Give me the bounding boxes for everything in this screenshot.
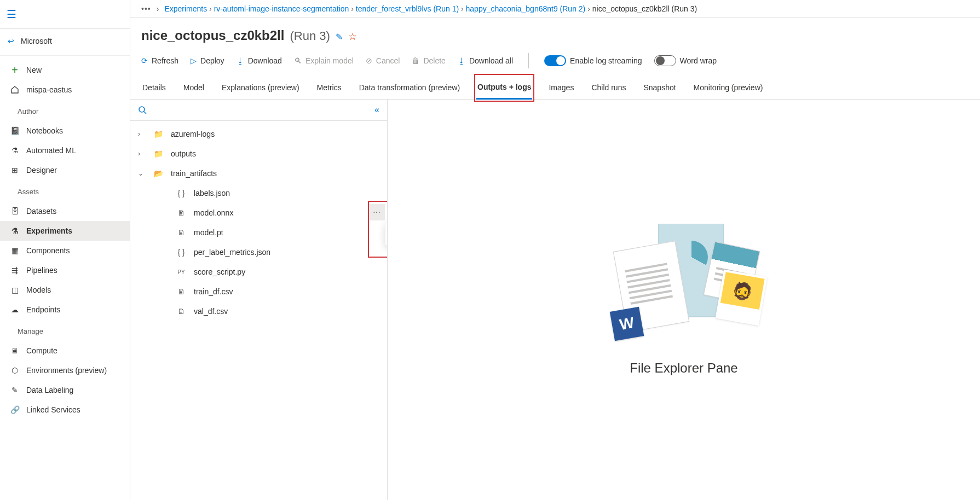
file-label: labels.json — [194, 189, 379, 197]
sidebar-item-linked-services[interactable]: 🔗Linked Services — [0, 400, 130, 420]
refresh-icon: ⟳ — [141, 56, 148, 65]
more-options-button[interactable]: ⋯ — [368, 204, 385, 220]
folder-open-icon: 📂 — [153, 169, 163, 178]
component-icon: ▦ — [10, 246, 20, 255]
preview-title: File Explorer Pane — [630, 361, 737, 376]
log-streaming-toggle[interactable]: Enable log streaming — [544, 55, 642, 66]
tab-explanations-preview-[interactable]: Explanations (preview) — [221, 77, 301, 98]
sidebar-item-experiments[interactable]: ⚗Experiments — [0, 221, 130, 241]
file-row[interactable]: 🗎train_df.csv — [130, 282, 387, 301]
sidebar-item-data-labeling[interactable]: ✎Data Labeling — [0, 380, 130, 400]
tabs: DetailsModelExplanations (preview)Metric… — [130, 76, 980, 100]
environment-icon: ⬡ — [10, 365, 20, 375]
sidebar-item-designer[interactable]: ⊞Designer — [0, 160, 130, 180]
notebook-icon: 📓 — [10, 126, 20, 136]
tab-snapshot[interactable]: Snapshot — [642, 77, 677, 98]
sidebar-item-label: Notebooks — [26, 126, 63, 135]
breadcrumb-item[interactable]: rv-automl-image-instance-segmentation — [214, 4, 349, 13]
back-link[interactable]: ↩ Microsoft — [0, 29, 130, 53]
sidebar-item-datasets[interactable]: 🗄Datasets — [0, 201, 130, 221]
tab-child-runs[interactable]: Child runs — [590, 77, 627, 98]
folder-label: azureml-logs — [171, 130, 379, 138]
menu-toggle-icon[interactable]: ☰ — [4, 4, 125, 24]
sidebar-item-label: Models — [26, 286, 51, 294]
tab-metrics[interactable]: Metrics — [316, 77, 343, 98]
file-row[interactable]: 🗎model.pt — [130, 223, 387, 242]
sidebar-item-environments-preview-[interactable]: ⬡Environments (preview) — [0, 361, 130, 380]
endpoint-icon: ☁ — [10, 305, 20, 315]
sidebar-item-notebooks[interactable]: 📓Notebooks — [0, 121, 130, 141]
sidebar-item-label: Designer — [26, 166, 57, 175]
toggle-on-icon — [544, 55, 566, 66]
folder-icon: 📁 — [153, 130, 163, 138]
labeling-icon: ✎ — [10, 385, 20, 395]
linked-icon: 🔗 — [10, 405, 20, 415]
refresh-button[interactable]: ⟳Refresh — [141, 56, 178, 65]
chevron-right-icon: › — [459, 4, 465, 13]
back-arrow-icon: ↩ — [8, 37, 14, 45]
sidebar-item-label: mispa-eastus — [26, 85, 72, 94]
word-wrap-toggle[interactable]: Word wrap — [654, 55, 717, 66]
sidebar-item-label: Environments (preview) — [26, 366, 107, 375]
file-label: model.onnx — [194, 208, 379, 217]
tab-outputs-logs[interactable]: Outputs + logs — [476, 76, 532, 100]
toggle-off-icon — [654, 55, 676, 66]
favorite-star-icon[interactable]: ☆ — [348, 31, 357, 43]
deploy-button[interactable]: ▷Deploy — [191, 56, 224, 65]
play-icon: ▷ — [191, 56, 197, 65]
content-area: « ›📁azureml-logs›📁outputs⌄📂train_artifac… — [130, 100, 980, 500]
breadcrumb-item[interactable]: happy_chaconia_bgn68nt9 (Run 2) — [466, 4, 586, 13]
folder-row[interactable]: ›📁outputs — [130, 144, 387, 164]
file-label: val_df.csv — [194, 307, 379, 316]
search-icon[interactable] — [138, 106, 147, 114]
breadcrumb-more-icon[interactable]: ••• — [141, 4, 151, 13]
file-row[interactable]: { }labels.json — [130, 183, 387, 203]
tab-images[interactable]: Images — [547, 77, 575, 98]
sidebar-heading-author: Author — [0, 102, 130, 119]
tab-model[interactable]: Model — [182, 77, 205, 98]
edit-icon[interactable]: ✎ — [336, 32, 343, 42]
breadcrumb-item: nice_octopus_cz0kb2ll (Run 3) — [592, 4, 697, 13]
collapse-panel-icon[interactable]: « — [374, 105, 379, 115]
sidebar-item-label: Endpoints — [26, 305, 60, 314]
sidebar-item-endpoints[interactable]: ☁Endpoints — [0, 300, 130, 319]
pipeline-icon: ⇶ — [10, 265, 20, 275]
json-icon: { } — [176, 189, 186, 197]
tab-monitoring-preview-[interactable]: Monitoring (preview) — [693, 77, 764, 98]
sidebar-item-label: Compute — [26, 346, 57, 355]
compute-icon: 🖥 — [10, 346, 20, 356]
folder-label: train_artifacts — [171, 169, 379, 178]
sidebar-item-models[interactable]: ◫Models — [0, 280, 130, 300]
file-tree-panel: « ›📁azureml-logs›📁outputs⌄📂train_artifac… — [130, 100, 388, 500]
download-button[interactable]: ⭳Download — [237, 56, 282, 65]
sidebar-item-automated-ml[interactable]: ⚗Automated ML — [0, 141, 130, 160]
sidebar-item-new[interactable]: + New — [0, 60, 130, 80]
file-label: train_df.csv — [194, 287, 379, 296]
tab-data-transformation-preview-[interactable]: Data transformation (preview) — [358, 77, 461, 98]
sidebar-item-label: Components — [26, 246, 70, 255]
home-icon — [10, 85, 20, 95]
csv-icon: 🗎 — [176, 287, 186, 296]
file-row[interactable]: 🗎model.onnx — [130, 203, 387, 223]
csv-icon: 🗎 — [176, 307, 186, 316]
sidebar-item-pipelines[interactable]: ⇶Pipelines — [0, 260, 130, 280]
sidebar-item-workspace[interactable]: mispa-eastus — [0, 80, 130, 100]
sidebar-item-components[interactable]: ▦Components — [0, 241, 130, 260]
context-menu-download[interactable]: ⭳Download — [385, 223, 387, 245]
download-icon: ⭳ — [237, 56, 244, 65]
breadcrumb-item[interactable]: Experiments — [164, 4, 207, 13]
file-row[interactable]: 🗎val_df.csv — [130, 301, 387, 321]
sidebar-item-compute[interactable]: 🖥Compute — [0, 341, 130, 361]
chevron-right-icon: › — [138, 130, 146, 138]
sidebar-item-label: Automated ML — [26, 146, 76, 155]
download-all-button[interactable]: ⭳Download all — [458, 56, 513, 65]
tab-details[interactable]: Details — [141, 77, 167, 98]
file-row[interactable]: PYscore_script.py — [130, 262, 387, 282]
folder-row[interactable]: ⌄📂train_artifacts — [130, 164, 387, 183]
folder-row[interactable]: ›📁azureml-logs — [130, 124, 387, 144]
toolbar: ⟳Refresh ▷Deploy ⭳Download 🔍︎Explain mod… — [130, 50, 980, 76]
breadcrumb-item[interactable]: tender_forest_vrbl9lvs (Run 1) — [356, 4, 459, 13]
file-row[interactable]: { }per_label_metrics.json — [130, 242, 387, 262]
file-label: per_label_metrics.json — [194, 248, 379, 257]
sidebar: ☰ ↩ Microsoft + New mispa-eastus Author … — [0, 0, 130, 500]
